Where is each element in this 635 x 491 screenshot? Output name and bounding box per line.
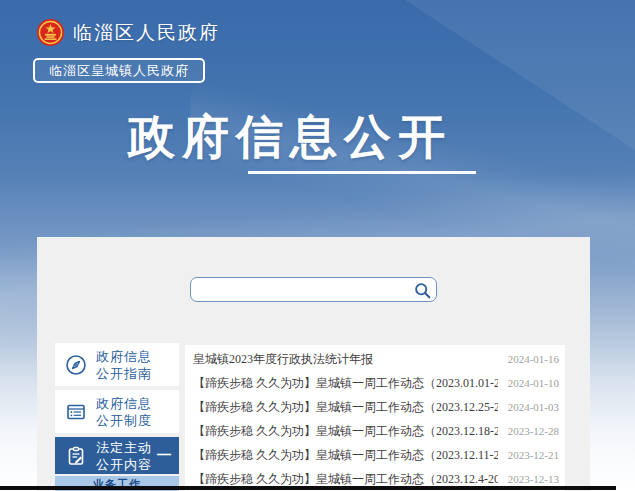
sub-gov-link[interactable]: 临淄区皇城镇人民政府 xyxy=(33,58,205,83)
list-item[interactable]: 【蹄疾步稳 久久为功】皇城镇一周工作动态（2023.01.01-2023.01.… xyxy=(185,371,565,395)
collapse-minus-icon[interactable]: — xyxy=(157,446,171,462)
article-title-link[interactable]: 皇城镇2023年度行政执法统计年报 xyxy=(193,351,498,368)
sidebar-item-gov-info-system[interactable]: 政府信息 公开制度 xyxy=(55,390,179,433)
document-list-icon xyxy=(64,400,88,424)
content-panel: 政府信息 公开指南 政府信息 公开制度 xyxy=(37,237,590,491)
article-date: 2023-12-13 xyxy=(498,473,559,485)
page-title-underline xyxy=(248,171,476,174)
article-date: 2024-01-10 xyxy=(498,377,559,389)
article-title-link[interactable]: 【蹄疾步稳 久久为功】皇城镇一周工作动态（2023.12.11-2023.12.… xyxy=(193,447,498,464)
national-emblem-icon xyxy=(36,18,65,47)
article-list: 皇城镇2023年度行政执法统计年报 2024-01-16 【蹄疾步稳 久久为功】… xyxy=(185,345,565,491)
article-date: 2024-01-16 xyxy=(498,353,559,365)
compass-icon xyxy=(64,353,88,377)
page-title: 政府信息公开 xyxy=(0,106,580,169)
article-title-link[interactable]: 【蹄疾步稳 久久为功】皇城镇一周工作动态（2023.12.4-2023.12.1… xyxy=(193,471,498,488)
article-date: 2023-12-28 xyxy=(498,425,559,437)
window-edge xyxy=(0,486,616,490)
article-date: 2023-12-21 xyxy=(498,449,559,461)
list-item[interactable]: 皇城镇2023年度行政执法统计年报 2024-01-16 xyxy=(185,347,565,371)
sidebar-item-label: 法定主动 公开内容 xyxy=(96,439,152,473)
header-brand[interactable]: 临淄区人民政府 xyxy=(36,18,220,47)
sidebar-item-label: 政府信息 公开制度 xyxy=(96,395,152,429)
article-title-link[interactable]: 【蹄疾步稳 久久为功】皇城镇一周工作动态（2023.12.25-2023.12.… xyxy=(193,399,498,416)
sidebar-item-label: 政府信息 公开指南 xyxy=(96,348,152,382)
article-date: 2024-01-03 xyxy=(498,401,559,413)
sidebar-item-statutory-disclosure[interactable]: 法定主动 公开内容 — xyxy=(55,437,179,474)
search-bar xyxy=(190,277,437,302)
gov-name[interactable]: 临淄区人民政府 xyxy=(73,20,220,46)
search-icon xyxy=(414,282,431,299)
search-input[interactable] xyxy=(190,277,437,302)
list-item[interactable]: 【蹄疾步稳 久久为功】皇城镇一周工作动态（2023.12.11-2023.12.… xyxy=(185,443,565,467)
article-title-link[interactable]: 【蹄疾步稳 久久为功】皇城镇一周工作动态（2023.01.01-2023.01.… xyxy=(193,375,498,392)
sidebar-item-gov-info-guide[interactable]: 政府信息 公开指南 xyxy=(55,343,179,386)
article-title-link[interactable]: 【蹄疾步稳 久久为功】皇城镇一周工作动态（2023.12.18-2023.12.… xyxy=(193,423,498,440)
list-item[interactable]: 【蹄疾步稳 久久为功】皇城镇一周工作动态（2023.12.25-2023.12.… xyxy=(185,395,565,419)
list-item[interactable]: 【蹄疾步稳 久久为功】皇城镇一周工作动态（2023.12.18-2023.12.… xyxy=(185,419,565,443)
search-button[interactable] xyxy=(412,280,432,300)
clipboard-pen-icon xyxy=(64,444,88,468)
